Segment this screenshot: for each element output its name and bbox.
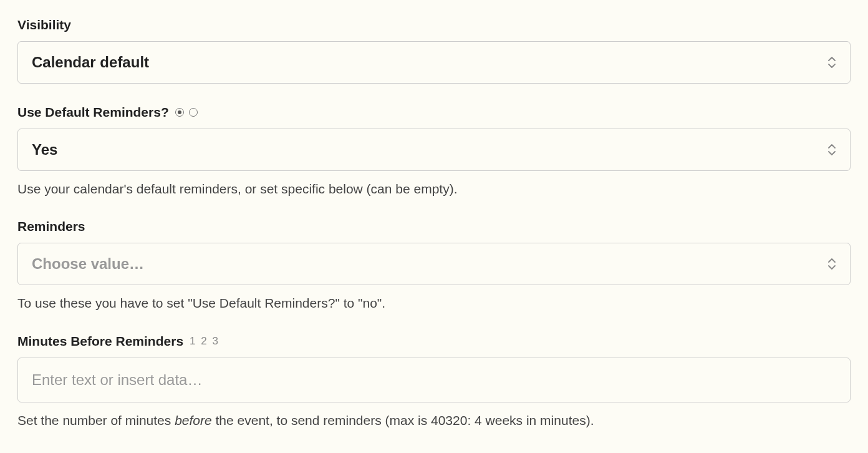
- reminders-placeholder: Choose value…: [32, 255, 144, 273]
- reminders-help: To use these you have to set "Use Defaul…: [17, 294, 851, 312]
- chevron-up-down-icon: [827, 258, 836, 270]
- chevron-up-down-icon: [827, 144, 836, 155]
- chevron-up-down-icon: [827, 57, 836, 68]
- use-default-reminders-help: Use your calendar's default reminders, o…: [17, 180, 851, 198]
- use-default-reminders-value: Yes: [32, 141, 57, 158]
- visibility-field: Visibility Calendar default: [17, 17, 851, 84]
- use-default-reminders-field: Use Default Reminders? Yes Use your cale…: [17, 105, 851, 198]
- reminders-field: Reminders Choose value… To use these you…: [17, 219, 851, 312]
- radio-unselected-icon[interactable]: [189, 108, 198, 117]
- minutes-before-suffix: 1 2 3: [190, 335, 219, 348]
- minutes-before-help: Set the number of minutes before the eve…: [17, 411, 851, 429]
- visibility-label: Visibility: [17, 17, 851, 32]
- minutes-before-field: Minutes Before Reminders 1 2 3 Set the n…: [17, 334, 851, 429]
- minutes-before-label-text: Minutes Before Reminders: [17, 334, 183, 349]
- minutes-before-label: Minutes Before Reminders 1 2 3: [17, 334, 851, 349]
- visibility-label-text: Visibility: [17, 17, 71, 32]
- use-default-reminders-label: Use Default Reminders?: [17, 105, 851, 120]
- radio-indicator-group: [175, 108, 198, 117]
- visibility-select[interactable]: Calendar default: [17, 41, 851, 84]
- minutes-before-input[interactable]: [17, 358, 851, 402]
- use-default-reminders-label-text: Use Default Reminders?: [17, 105, 169, 120]
- reminders-label-text: Reminders: [17, 219, 85, 234]
- reminders-select[interactable]: Choose value…: [17, 243, 851, 285]
- radio-selected-icon[interactable]: [175, 108, 184, 117]
- reminders-label: Reminders: [17, 219, 851, 234]
- use-default-reminders-select[interactable]: Yes: [17, 129, 851, 171]
- visibility-value: Calendar default: [32, 54, 149, 71]
